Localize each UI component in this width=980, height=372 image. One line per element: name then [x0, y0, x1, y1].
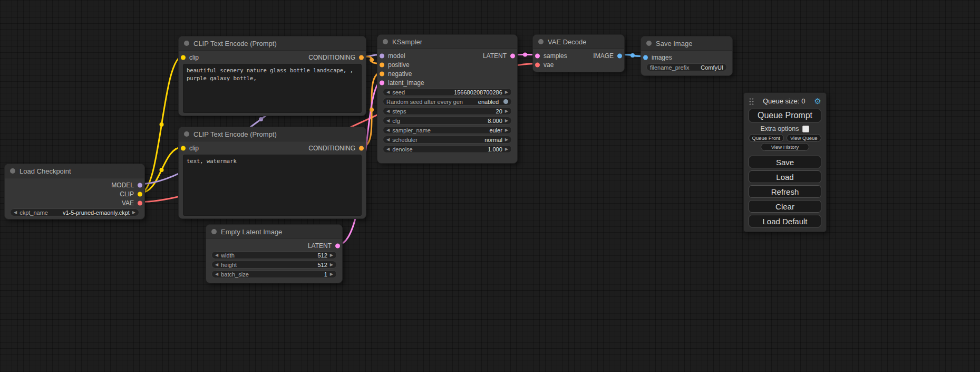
vae-output-dot[interactable]	[138, 201, 142, 205]
queue-front-button[interactable]: Queue Front	[749, 134, 784, 142]
increment-arrow-icon[interactable]: ▶	[330, 272, 333, 276]
samples-input-dot[interactable]	[535, 53, 540, 58]
link-midpoint-dot	[630, 53, 635, 58]
decrement-arrow-icon[interactable]: ◀	[14, 211, 17, 215]
node-ksampler-titlebar[interactable]: KSampler	[377, 35, 517, 49]
increment-arrow-icon[interactable]: ▶	[505, 128, 508, 132]
clip-input-dot[interactable]	[181, 146, 186, 150]
decrement-arrow-icon[interactable]: ◀	[386, 90, 390, 94]
node-empty-latent-image-titlebar[interactable]: Empty Latent Image	[206, 225, 342, 239]
node-save-image[interactable]: Save Image images filename_prefix ComfyU…	[641, 36, 733, 76]
decrement-arrow-icon[interactable]: ◀	[386, 138, 390, 142]
image-output-dot[interactable]	[617, 53, 622, 58]
settings-gear-icon[interactable]: ⚙	[814, 97, 821, 105]
workflow-buttons: Save Load Refresh Clear Load Default	[749, 156, 821, 227]
node-ksampler[interactable]: KSampler model LATENT positive negative …	[377, 34, 518, 164]
decrement-arrow-icon[interactable]: ◀	[386, 109, 390, 113]
node-title: KSampler	[392, 38, 422, 46]
node-empty-latent-image[interactable]: Empty Latent Image LATENT ◀ width 512 ▶ …	[206, 224, 343, 283]
conditioning-output-dot[interactable]	[359, 55, 364, 60]
batch-size-widget[interactable]: ◀ batch_size 1 ▶	[211, 270, 337, 278]
increment-arrow-icon[interactable]: ▶	[132, 211, 135, 215]
decrement-arrow-icon[interactable]: ◀	[386, 119, 390, 123]
save-button[interactable]: Save	[749, 156, 821, 168]
output-label-conditioning: CONDITIONING	[308, 145, 355, 152]
vae-input-dot[interactable]	[535, 62, 540, 67]
widget-value: euler	[489, 127, 502, 133]
widget-value: enabled	[478, 99, 499, 105]
widget-value: 8.000	[488, 118, 502, 124]
decrement-arrow-icon[interactable]: ◀	[215, 272, 218, 276]
drag-handle-icon[interactable]	[749, 97, 754, 105]
node-vae-decode[interactable]: VAE Decode samples IMAGE vae	[532, 34, 625, 72]
decrement-arrow-icon[interactable]: ◀	[386, 128, 390, 132]
node-clip-text-encode-negative[interactable]: CLIP Text Encode (Prompt) clip CONDITION…	[178, 127, 366, 219]
node-clip-text-encode-positive-titlebar[interactable]: CLIP Text Encode (Prompt)	[179, 36, 366, 51]
clip-input-dot[interactable]	[181, 55, 186, 60]
negative-prompt-textarea[interactable]: text, watermark	[183, 155, 362, 216]
node-vae-decode-titlebar[interactable]: VAE Decode	[533, 35, 624, 49]
decrement-arrow-icon[interactable]: ◀	[215, 263, 218, 267]
sampler-name-widget[interactable]: ◀ sampler_name euler ▶	[383, 126, 512, 134]
view-queue-button[interactable]: View Queue	[787, 134, 822, 142]
increment-arrow-icon[interactable]: ▶	[330, 253, 333, 257]
increment-arrow-icon[interactable]: ▶	[505, 90, 508, 94]
increment-arrow-icon[interactable]: ▶	[505, 119, 508, 123]
random-seed-toggle-widget[interactable]: Random seed after every gen enabled	[383, 98, 512, 106]
collapse-toggle-icon[interactable]	[646, 41, 652, 46]
output-slot-clip: CLIP	[5, 189, 144, 198]
node-load-checkpoint[interactable]: Load Checkpoint MODEL CLIP VAE ◀ ckpt_na…	[4, 164, 145, 220]
width-widget[interactable]: ◀ width 512 ▶	[211, 251, 337, 259]
collapse-toggle-icon[interactable]	[383, 39, 388, 44]
latent-output-dot[interactable]	[510, 53, 515, 58]
node-save-image-titlebar[interactable]: Save Image	[641, 36, 732, 51]
denoise-widget[interactable]: ◀ denoise 1.000 ▶	[383, 145, 512, 153]
collapse-toggle-icon[interactable]	[538, 39, 544, 44]
increment-arrow-icon[interactable]: ▶	[505, 138, 508, 142]
increment-arrow-icon[interactable]: ▶	[505, 109, 508, 113]
cfg-widget[interactable]: ◀ cfg 8.000 ▶	[383, 117, 512, 125]
queue-prompt-button[interactable]: Queue Prompt	[749, 109, 821, 122]
clip-output-dot[interactable]	[138, 192, 142, 196]
positive-prompt-textarea[interactable]: beautiful scenery nature glass bottle la…	[183, 64, 362, 113]
extra-options-checkbox[interactable]	[802, 126, 809, 132]
positive-input-dot[interactable]	[380, 62, 384, 67]
output-slot-latent: LATENT	[206, 241, 342, 250]
decrement-arrow-icon[interactable]: ◀	[386, 147, 390, 151]
widget-value: ComfyUI	[701, 64, 723, 71]
conditioning-output-dot[interactable]	[359, 146, 364, 150]
negative-input-dot[interactable]	[380, 71, 384, 76]
node-clip-text-encode-positive[interactable]: CLIP Text Encode (Prompt) clip CONDITION…	[178, 36, 366, 116]
increment-arrow-icon[interactable]: ▶	[505, 147, 508, 151]
output-label-clip: CLIP	[120, 190, 134, 198]
decrement-arrow-icon[interactable]: ◀	[215, 253, 218, 257]
collapse-toggle-icon[interactable]	[184, 131, 189, 137]
filename-prefix-widget[interactable]: filename_prefix ComfyUI	[646, 63, 727, 71]
refresh-button[interactable]: Refresh	[749, 185, 821, 198]
widget-value: 1	[324, 271, 327, 278]
collapse-toggle-icon[interactable]	[184, 41, 189, 46]
view-history-button[interactable]: View History	[761, 143, 809, 151]
toggle-on-dot-icon[interactable]	[503, 99, 508, 104]
node-title: Empty Latent Image	[221, 228, 282, 236]
node-load-checkpoint-titlebar[interactable]: Load Checkpoint	[5, 164, 144, 178]
latent-output-dot[interactable]	[335, 243, 340, 248]
seed-widget[interactable]: ◀ seed 156680208700286 ▶	[383, 88, 512, 96]
node-clip-text-encode-negative-titlebar[interactable]: CLIP Text Encode (Prompt)	[179, 127, 366, 141]
scheduler-widget[interactable]: ◀ scheduler normal ▶	[383, 136, 512, 144]
increment-arrow-icon[interactable]: ▶	[330, 263, 333, 267]
ckpt-name-widget[interactable]: ◀ ckpt_name v1-5-pruned-emaonly.ckpt ▶	[10, 208, 139, 216]
height-widget[interactable]: ◀ height 512 ▶	[211, 261, 337, 269]
load-default-button[interactable]: Load Default	[749, 215, 821, 227]
clear-button[interactable]: Clear	[749, 200, 821, 213]
collapse-toggle-icon[interactable]	[10, 168, 15, 174]
steps-widget[interactable]: ◀ steps 20 ▶	[383, 107, 512, 115]
output-label-latent: LATENT	[308, 242, 332, 250]
latent-image-input-dot[interactable]	[380, 80, 384, 85]
model-output-dot[interactable]	[138, 183, 142, 187]
images-input-dot[interactable]	[643, 55, 648, 60]
collapse-toggle-icon[interactable]	[211, 229, 217, 234]
model-input-dot[interactable]	[380, 53, 384, 58]
load-button[interactable]: Load	[749, 170, 821, 183]
widget-name: batch_size	[221, 271, 249, 278]
